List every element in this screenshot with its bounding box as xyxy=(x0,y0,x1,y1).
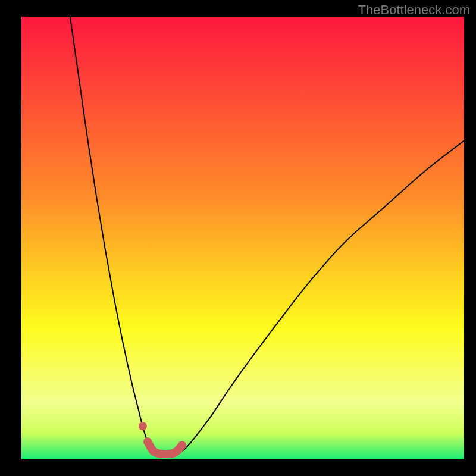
bottleneck-chart xyxy=(21,17,464,459)
chart-container: TheBottleneck.com xyxy=(0,0,476,476)
plot-area xyxy=(21,17,464,459)
bottleneck-marker-dot xyxy=(139,422,147,430)
gradient-background xyxy=(21,17,464,459)
watermark-text: TheBottleneck.com xyxy=(358,2,470,18)
